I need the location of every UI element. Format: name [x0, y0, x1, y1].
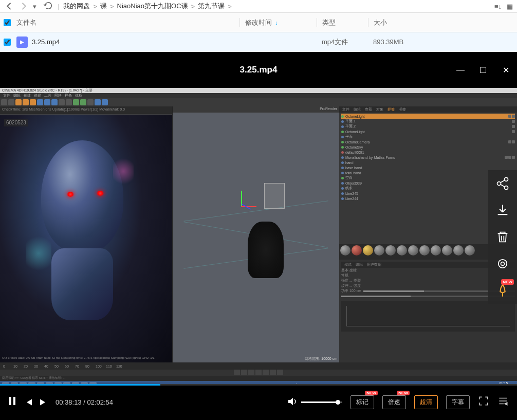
object-tree-item: 平面.2	[341, 124, 515, 129]
video-file-icon: ▶	[16, 36, 28, 48]
prev-next-group	[25, 397, 47, 408]
new-badge: NEW	[365, 391, 378, 395]
c4d-tool-icon	[15, 99, 22, 105]
pin-icon[interactable]: NEW	[495, 283, 510, 298]
volume-slider[interactable]	[301, 401, 342, 403]
column-header-size[interactable]: 大小	[368, 18, 517, 27]
speed-button[interactable]: NEW 倍速	[382, 395, 406, 409]
settings-icon[interactable]	[495, 257, 510, 271]
c4d-menu-item: 文件	[3, 93, 10, 98]
player-title: 3.25.mp4	[240, 65, 278, 75]
time-display: 00:38:13 / 02:02:54	[56, 398, 113, 406]
column-header-date[interactable]: 修改时间↓	[239, 18, 317, 27]
close-icon[interactable]: ✕	[501, 65, 511, 75]
download-icon[interactable]	[495, 203, 510, 217]
new-badge: NEW	[501, 279, 514, 285]
c4d-menu-item: 编辑	[13, 93, 21, 98]
breadcrumb: 我的网盘 > 课 > NiaoNiao第十九期OC课 > 第九节课 >	[63, 2, 490, 11]
nav-back-icon[interactable]	[4, 1, 14, 11]
material-sphere-icon	[408, 245, 418, 255]
column-header-type[interactable]: 类型	[317, 18, 368, 27]
c4d-menu-item: 选择	[34, 93, 41, 98]
playlist-icon[interactable]	[497, 395, 509, 409]
material-sphere-icon	[363, 245, 373, 255]
file-checkbox[interactable]	[0, 39, 14, 46]
c4d-status-bar: 应用帮助 >> :OX改器 指示 SHIFT 播放知识: ...	[0, 376, 517, 381]
nav-history-dropdown-icon[interactable]: ▾	[33, 3, 39, 10]
material-sphere-icon	[442, 245, 452, 255]
nav-separator: |	[58, 3, 59, 10]
viewport-model	[248, 222, 284, 278]
c4d-tool-icon	[66, 99, 72, 105]
c4d-menu-item: 网格	[54, 93, 62, 98]
maximize-icon[interactable]: ☐	[478, 65, 488, 75]
material-sphere-icon	[397, 245, 407, 255]
material-sphere-icon	[374, 245, 384, 255]
c4d-tool-icon	[80, 99, 86, 105]
breadcrumb-item[interactable]: 第九节课	[198, 2, 225, 11]
c4d-render-view: 6020523 Out of core data: 0/0 KB Vram to…	[0, 115, 172, 362]
reload-icon[interactable]	[43, 1, 53, 12]
quality-button[interactable]: 超清	[414, 395, 438, 409]
object-tree-item: hand	[341, 160, 515, 165]
svg-rect-6	[13, 397, 15, 405]
file-row[interactable]: ▶ 3.25.mp4 mp4文件 893.39MB	[0, 32, 517, 52]
viewport-title: ProRender	[173, 106, 339, 113]
material-sphere-icon	[465, 245, 475, 255]
next-track-icon[interactable]	[39, 397, 47, 408]
breadcrumb-sep: >	[228, 3, 232, 10]
c4d-playback-controls	[0, 370, 517, 376]
material-sphere-icon	[385, 245, 396, 255]
volume-icon[interactable]	[288, 397, 297, 407]
c4d-tool-icon	[51, 99, 58, 105]
nav-forward-icon[interactable]	[19, 1, 29, 11]
object-tree-item: 平面	[341, 134, 515, 139]
top-nav-bar: ▾ | 我的网盘 > 课 > NiaoNiao第十九期OC课 > 第九节课 > …	[0, 0, 517, 13]
c4d-tool-icon	[44, 99, 50, 105]
c4d-menubar: 文件 编辑 创建 选择 工具 网格 样条 体积	[0, 93, 517, 98]
object-tree-item: OctaneLight	[341, 114, 515, 119]
share-icon[interactable]	[495, 176, 510, 191]
select-all-checkbox[interactable]	[0, 19, 14, 26]
c4d-tool-icon	[59, 99, 65, 105]
c4d-tool-icon	[37, 99, 43, 105]
svg-point-1	[497, 182, 501, 186]
c4d-viewport: ProRender 网格范围: 10000 cm	[172, 106, 339, 362]
c4d-toolbar	[0, 98, 517, 106]
minimize-icon[interactable]: —	[455, 65, 466, 75]
breadcrumb-sep: >	[93, 3, 97, 10]
c4d-menu-item: 工具	[44, 93, 51, 98]
object-tree-item: base hand	[341, 165, 515, 170]
object-tree-item: Monalisahand-by-Matias-Furno	[341, 155, 515, 160]
object-tree-item: OctaneCamera	[341, 139, 515, 144]
c4d-tool-icon	[102, 99, 108, 105]
file-name-cell[interactable]: ▶ 3.25.mp4	[14, 36, 239, 48]
c4d-render-panel: CheckTime: 1ns MeshGen:0ns Update[1]:199…	[0, 106, 172, 362]
fullscreen-icon[interactable]	[478, 395, 489, 409]
sort-icon[interactable]: ≡↓	[494, 3, 502, 10]
svg-point-0	[505, 177, 508, 181]
object-tree-item: OctaneSky	[341, 144, 515, 150]
object-panel-tabs: 文件编辑查看对象标签书签	[339, 106, 517, 113]
c4d-menu-item: 体积	[75, 93, 82, 98]
prev-track-icon[interactable]	[25, 397, 33, 408]
column-header-name[interactable]: 文件名	[14, 18, 239, 27]
progress-bar[interactable]	[0, 384, 517, 386]
breadcrumb-item[interactable]: NiaoNiao第十九期OC课	[117, 2, 188, 11]
subtitle-button[interactable]: 字幕	[446, 395, 470, 409]
c4d-titlebar: CINEMA 4D R19.024 Studio (RC - R19) - [1…	[0, 88, 517, 93]
pause-icon[interactable]	[8, 396, 16, 408]
c4d-tool-icon	[30, 99, 36, 105]
volume-control[interactable]	[288, 397, 342, 407]
object-tree-item: default0091	[341, 150, 515, 155]
video-content-frame[interactable]: CINEMA 4D R19.024 Studio (RC - R19) - [1…	[0, 88, 517, 384]
grid-view-icon[interactable]: ▦	[507, 3, 513, 10]
view-toggle: ≡↓ ▦	[494, 3, 513, 10]
c4d-tool-icon	[1, 99, 7, 105]
mark-button[interactable]: NEW 标记	[350, 395, 374, 409]
file-size-cell: 893.39MB	[368, 38, 517, 46]
delete-icon[interactable]	[495, 230, 510, 244]
breadcrumb-item[interactable]: 课	[100, 2, 107, 11]
breadcrumb-root[interactable]: 我的网盘	[63, 2, 90, 11]
viewport-scale-label: 网格范围: 10000 cm	[305, 356, 337, 361]
